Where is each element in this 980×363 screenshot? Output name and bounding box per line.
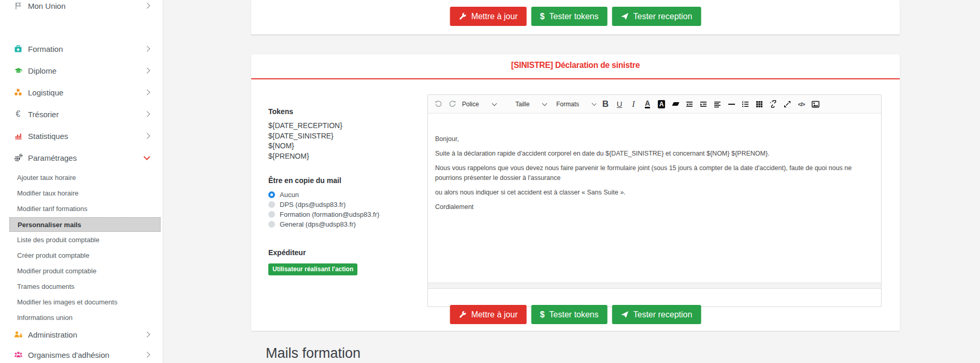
sidebar-item-organismes-adhesion[interactable]: Organismes d'adhésion (0, 347, 163, 362)
table-icon[interactable] (755, 99, 763, 110)
token-item: ${NOM} (268, 141, 413, 151)
indent-icon[interactable] (699, 99, 708, 110)
background-color-icon[interactable]: A (658, 100, 666, 108)
flag-icon (13, 1, 23, 10)
subitem-label: Modifier taux horaire (17, 189, 79, 197)
radio-icon[interactable] (268, 221, 275, 228)
sidebar-subitem-personnaliser-mails[interactable]: Personnaliser mails (9, 217, 161, 232)
chevron-down-icon (492, 101, 497, 106)
font-family-select[interactable]: Police (462, 101, 510, 108)
unlink-icon[interactable] (769, 99, 777, 110)
bold-icon[interactable]: B (601, 99, 610, 110)
sidebar-subitem-trames-documents[interactable]: Trames documents (0, 280, 163, 293)
radio-option-formation[interactable]: Formation (formation@udsp83.fr) (268, 210, 413, 219)
subitem-label: Personnaliser mails (18, 221, 81, 229)
insert-image-icon[interactable] (811, 99, 819, 110)
section-heading-mails-formation: Mails formation (266, 345, 361, 361)
radio-option-dps[interactable]: DPS (dps@udsp83.fr) (268, 200, 413, 210)
radio-option-general[interactable]: General (dps@udsp83.fr) (268, 219, 413, 229)
outdent-icon[interactable] (685, 99, 694, 110)
ordered-list-icon[interactable] (741, 99, 750, 110)
mail-body-editor[interactable]: Police Taille Formats B U I A A (427, 94, 882, 307)
test-reception-button[interactable]: Tester reception (612, 305, 701, 324)
align-icon[interactable] (713, 99, 722, 110)
app-screen: Mon Union Formation Diplome Logistique (0, 0, 980, 363)
sidebar-item-label: Statistiques (28, 132, 68, 141)
sidebar-subitem-liste-produit-comptable[interactable]: Liste des produit comptable (0, 233, 163, 246)
redo-icon[interactable] (448, 99, 456, 110)
sidebar-subitem-modifier-tarif-formations[interactable]: Modifier tarif formations (0, 202, 163, 215)
bar-chart-icon (13, 131, 23, 141)
editor-toolbar: Police Taille Formats B U I A A (428, 95, 881, 114)
chevron-right-icon (144, 3, 150, 8)
sidebar: Mon Union Formation Diplome Logistique (0, 0, 163, 363)
subitem-label: Modifier les images et documents (17, 298, 118, 306)
chevron-down-icon (143, 153, 150, 160)
sender-title: Expéditeur (268, 248, 413, 257)
clear-formatting-icon[interactable] (672, 102, 679, 106)
sidebar-subitem-modifier-produit-comptable[interactable]: Modifier produit comptable (0, 264, 163, 277)
formats-select[interactable]: Formats (556, 101, 596, 108)
subitem-label: Modifier produit comptable (17, 267, 96, 275)
radio-icon[interactable] (268, 211, 275, 218)
text-color-icon[interactable]: A (645, 100, 650, 108)
italic-icon[interactable]: I (629, 99, 638, 110)
radio-option-aucun[interactable]: Aucun (268, 190, 413, 200)
tokens-list: ${DATE_RECEPTION} ${DATE_SINISTRE} ${NOM… (268, 121, 413, 161)
chevron-right-icon (144, 352, 150, 357)
test-tokens-button[interactable]: $ Tester tokens (531, 7, 607, 26)
horizontal-rule-icon[interactable] (728, 104, 735, 105)
token-item: ${DATE_SINISTRE} (268, 131, 413, 142)
gears-icon (13, 153, 23, 162)
sidebar-item-label: Diplome (28, 66, 56, 75)
fullscreen-icon[interactable] (783, 99, 791, 110)
sidebar-subitem-informations-union[interactable]: Informations union (0, 311, 163, 324)
update-button[interactable]: Mettre à jour (450, 305, 527, 324)
sidebar-item-statistiques[interactable]: Statistiques (0, 128, 163, 144)
sidebar-item-administration[interactable]: Administration (0, 327, 163, 342)
radio-icon[interactable] (268, 201, 275, 208)
radio-selected-icon[interactable] (268, 191, 275, 198)
test-tokens-button[interactable]: $ Tester tokens (531, 305, 607, 324)
underline-icon[interactable]: U (615, 99, 624, 110)
editor-paragraph: ou alors nous indiquer si cet accident e… (435, 188, 874, 198)
editor-statusbar[interactable] (427, 283, 882, 289)
sidebar-item-formation[interactable]: Formation (0, 41, 163, 57)
sidebar-item-tresorier[interactable]: € Trésorier (0, 106, 163, 122)
paper-plane-icon (621, 311, 629, 318)
button-label: Tester reception (633, 12, 693, 21)
editor-paragraph: Bonjour, (435, 134, 874, 144)
editor-content[interactable]: Bonjour, Suite à la déclaration rapide d… (428, 114, 881, 306)
sidebar-item-diplome[interactable]: Diplome (0, 63, 163, 78)
subitem-label: Créer produit comptable (17, 252, 89, 259)
wrench-icon (459, 12, 467, 20)
test-reception-button[interactable]: Tester reception (612, 7, 701, 26)
sidebar-subitem-modifier-taux-horaire[interactable]: Modifier taux horaire (0, 186, 163, 200)
update-button[interactable]: Mettre à jour (450, 7, 527, 26)
font-size-select[interactable]: Taille (515, 101, 551, 108)
main-content: Mettre à jour $ Tester tokens Tester rec… (163, 0, 980, 363)
sidebar-item-label: Administration (28, 330, 77, 339)
editor-paragraph: Suite à la déclaration rapide d'accident… (435, 149, 874, 159)
briefcase-medical-icon (13, 44, 23, 53)
radio-label: DPS (dps@udsp83.fr) (280, 201, 345, 208)
sidebar-item-label: Paramétrages (28, 153, 77, 162)
button-label: Tester tokens (549, 310, 598, 319)
paper-plane-icon (621, 12, 629, 20)
token-item: ${DATE_RECEPTION} (268, 121, 413, 131)
chevron-right-icon (144, 133, 150, 138)
undo-icon[interactable] (434, 99, 442, 110)
source-code-icon[interactable]: </> (797, 99, 805, 110)
sidebar-subitem-ajouter-taux-horaire[interactable]: Ajouter taux horaire (0, 171, 163, 184)
dollar-icon: $ (540, 12, 544, 21)
sidebar-subitem-modifier-images-documents[interactable]: Modifier les images et documents (0, 295, 163, 309)
sidebar-item-parametrages[interactable]: Paramétrages (0, 150, 163, 165)
sidebar-item-logistique[interactable]: Logistique (0, 85, 163, 100)
sender-badge: Utilisateur réalisant l'action (268, 263, 357, 275)
sinistre-mail-card: [SINISTRE] Déclaration de sinistre Token… (251, 54, 900, 331)
sidebar-item-mon-union[interactable]: Mon Union (0, 0, 163, 13)
formats-label: Formats (556, 101, 579, 108)
token-item: ${PRENOM} (268, 151, 413, 162)
sidebar-subitem-creer-produit-comptable[interactable]: Créer produit comptable (0, 248, 163, 262)
chevron-down-icon (592, 101, 596, 105)
